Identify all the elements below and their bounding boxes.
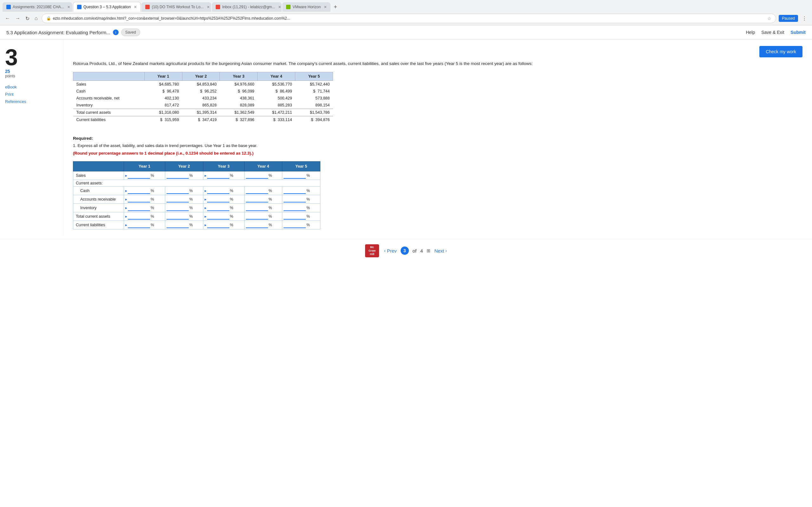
sidebar-links: eBook Print References xyxy=(5,84,58,104)
table-row: Cash $ 96,478 $ 96,252 $ 96,099 $ 86,499… xyxy=(73,88,333,95)
sales-y5-input[interactable] xyxy=(284,172,306,179)
cl-y3-input[interactable] xyxy=(207,222,229,228)
triangle-icon: ▶ xyxy=(125,198,127,201)
input-table: Year 1 Year 2 Year 3 Year 4 Year 5 Sales xyxy=(73,161,320,229)
table-cell: $5,536,770 xyxy=(258,81,295,88)
ar-y4-input[interactable] xyxy=(246,196,268,203)
inv-y4-input[interactable] xyxy=(246,205,268,211)
cash-y2-input[interactable] xyxy=(166,187,189,194)
menu-button[interactable]: ⋮ xyxy=(801,14,808,23)
tab-favicon-3 xyxy=(145,5,150,9)
info-icon[interactable]: i xyxy=(113,30,119,35)
sales-y2-input[interactable] xyxy=(166,172,189,179)
input-row-label-ar: Accounts receivable xyxy=(73,195,124,204)
input-cell-tca-y3: ▶% xyxy=(203,212,244,221)
pct-sign: % xyxy=(189,188,193,193)
reload-button[interactable]: ↻ xyxy=(24,14,31,23)
header-actions: Help Save & Exit Submit xyxy=(746,30,806,35)
ebook-link[interactable]: eBook xyxy=(5,84,58,89)
inv-y5-input[interactable] xyxy=(284,205,306,211)
pct-sign: % xyxy=(189,223,193,227)
pct-sign: % xyxy=(269,197,272,202)
table-cell: $ 96,478 xyxy=(144,88,182,95)
next-button[interactable]: Next › xyxy=(434,248,447,253)
ar-y5-input[interactable] xyxy=(284,196,306,203)
sales-y3-input[interactable] xyxy=(207,172,229,179)
ar-y3-input[interactable] xyxy=(207,196,229,203)
tab-close-5[interactable]: ✕ xyxy=(324,5,327,9)
tca-y4-input[interactable] xyxy=(246,213,268,220)
address-bar: ← → ↻ ⌂ 🔒 ezto.mheducation.com/ext/map/i… xyxy=(0,12,812,25)
pct-sign: % xyxy=(306,197,310,202)
cash-y1-input[interactable] xyxy=(128,187,150,194)
input-cell-tca-y4: % xyxy=(244,212,282,221)
input-cell-cl-y1: ▶% xyxy=(124,221,165,229)
table-cell: $ 71,744 xyxy=(295,88,333,95)
cash-y4-input[interactable] xyxy=(246,187,268,194)
submit-button[interactable]: Submit xyxy=(791,30,806,35)
inv-y3-input[interactable] xyxy=(207,205,229,211)
inv-y2-input[interactable] xyxy=(166,205,189,211)
main-content: 3 25 points eBook Print References Check… xyxy=(0,40,812,236)
tab-gmail[interactable]: Inbox (11,291) - lelabizz@gm... ✕ xyxy=(212,2,282,12)
tca-y3-input[interactable] xyxy=(207,213,229,220)
sales-y4-input[interactable] xyxy=(246,172,268,179)
tca-y5-input[interactable] xyxy=(284,213,306,220)
save-exit-button[interactable]: Save & Exit xyxy=(761,30,784,35)
cash-y5-input[interactable] xyxy=(284,187,306,194)
references-link[interactable]: References xyxy=(5,99,58,104)
input-cell-cash-y4: % xyxy=(244,187,282,195)
table-cell: 865,828 xyxy=(182,102,220,109)
cl-y5-input[interactable] xyxy=(284,222,306,228)
grid-icon[interactable]: ⊞ xyxy=(426,248,430,253)
triangle-icon: ▶ xyxy=(205,198,206,201)
pct-sign: % xyxy=(230,223,234,227)
pct-sign: % xyxy=(230,206,234,210)
tab-assignments[interactable]: Assignments: 202108E CHA... ✕ xyxy=(3,2,72,12)
print-link[interactable]: Print xyxy=(5,92,58,97)
forward-button[interactable]: → xyxy=(14,14,21,22)
tab-close-4[interactable]: ✕ xyxy=(278,5,281,9)
bookmark-icon[interactable]: ☆ xyxy=(767,16,771,21)
cl-y2-input[interactable] xyxy=(166,222,189,228)
tab-youtube[interactable]: (10) DO THIS Workout To Lo... ✕ xyxy=(142,2,211,12)
pct-sign: % xyxy=(230,188,234,193)
new-tab-button[interactable]: + xyxy=(331,3,340,12)
back-button[interactable]: ← xyxy=(4,14,11,22)
prev-button[interactable]: ‹ Prev xyxy=(384,248,397,253)
sales-y1-input[interactable] xyxy=(128,172,150,179)
tab-close-2[interactable]: ✕ xyxy=(134,5,137,9)
cl-y1-input[interactable] xyxy=(128,222,150,228)
tab-question3[interactable]: Question 3 – 5.3 Application ✕ xyxy=(73,2,141,12)
input-cell-cl-y5: % xyxy=(282,221,320,229)
input-row-current-assets-header: Current assets: xyxy=(73,180,320,187)
triangle-icon: ▶ xyxy=(205,174,206,177)
tca-y1-input[interactable] xyxy=(128,213,150,220)
ar-y2-input[interactable] xyxy=(166,196,189,203)
cl-y4-input[interactable] xyxy=(246,222,268,228)
cash-y3-input[interactable] xyxy=(207,187,229,194)
tca-y2-input[interactable] xyxy=(166,213,189,220)
tab-label-2: Question 3 – 5.3 Application xyxy=(84,5,131,9)
home-button[interactable]: ⌂ xyxy=(33,14,39,22)
table-cell-label: Sales xyxy=(73,81,145,88)
ar-y1-input[interactable] xyxy=(128,196,150,203)
input-cell-ar-y5: % xyxy=(282,195,320,204)
required-label: Required: xyxy=(73,136,803,141)
tab-label-3: (10) DO THIS Workout To Lo... xyxy=(152,5,203,9)
tab-close-3[interactable]: ✕ xyxy=(207,5,210,9)
paused-button[interactable]: Paused xyxy=(779,15,798,22)
check-work-button[interactable]: Check my work xyxy=(759,46,803,57)
input-th-y2: Year 2 xyxy=(165,162,203,171)
input-cell-cl-y2: % xyxy=(165,221,203,229)
url-bar[interactable]: 🔒 ezto.mheducation.com/ext/map/index.htm… xyxy=(42,14,776,23)
input-row-ar: Accounts receivable ▶% % ▶% % xyxy=(73,195,320,204)
pct-sign: % xyxy=(306,188,310,193)
required-note-red: (Round your percentage answers to 1 deci… xyxy=(73,151,253,156)
input-cell-cash-y3: ▶% xyxy=(203,187,244,195)
tab-vmware[interactable]: VMware Horizon ✕ xyxy=(282,2,331,12)
triangle-icon: ▶ xyxy=(125,207,127,210)
help-button[interactable]: Help xyxy=(746,30,755,35)
tab-close-1[interactable]: ✕ xyxy=(67,5,70,9)
inv-y1-input[interactable] xyxy=(128,205,150,211)
